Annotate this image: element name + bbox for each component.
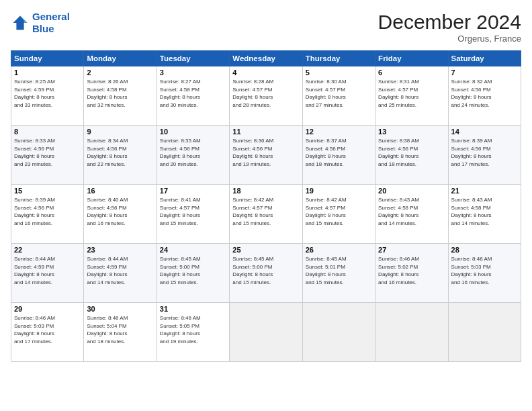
day-info: Sunrise: 8:44 AM Sunset: 4:59 PM Dayligh… [14,255,81,286]
day-number: 10 [160,128,226,136]
day-info: Sunrise: 8:46 AM Sunset: 5:05 PM Dayligh… [160,314,226,345]
calendar-cell: 6Sunrise: 8:31 AM Sunset: 4:57 PM Daylig… [375,66,448,126]
calendar-week-row: 22Sunrise: 8:44 AM Sunset: 4:59 PM Dayli… [11,244,521,303]
day-number: 1 [14,68,81,77]
calendar-week-row: 1Sunrise: 8:25 AM Sunset: 4:59 PM Daylig… [11,66,521,126]
calendar-cell: 31Sunrise: 8:46 AM Sunset: 5:05 PM Dayli… [157,303,229,362]
day-number: 3 [160,68,226,77]
calendar-cell: 8Sunrise: 8:33 AM Sunset: 4:56 PM Daylig… [11,126,84,185]
calendar-cell: 16Sunrise: 8:40 AM Sunset: 4:56 PM Dayli… [84,185,157,244]
calendar-week-row: 29Sunrise: 8:46 AM Sunset: 5:03 PM Dayli… [11,303,521,362]
day-number: 21 [451,187,518,195]
calendar-cell: 26Sunrise: 8:45 AM Sunset: 5:01 PM Dayli… [302,244,375,303]
day-info: Sunrise: 8:41 AM Sunset: 4:57 PM Dayligh… [160,196,226,227]
day-number: 28 [451,246,518,254]
day-number: 26 [306,246,372,254]
calendar-cell: 17Sunrise: 8:41 AM Sunset: 4:57 PM Dayli… [157,185,229,244]
day-info: Sunrise: 8:30 AM Sunset: 4:57 PM Dayligh… [306,78,372,109]
logo-text: General Blue [32,11,70,35]
day-info: Sunrise: 8:28 AM Sunset: 4:57 PM Dayligh… [232,78,299,109]
day-info: Sunrise: 8:31 AM Sunset: 4:57 PM Dayligh… [378,78,445,109]
day-info: Sunrise: 8:44 AM Sunset: 4:59 PM Dayligh… [87,255,153,286]
logo: General Blue [11,11,70,35]
calendar-cell: 14Sunrise: 8:39 AM Sunset: 4:56 PM Dayli… [448,126,521,185]
day-number: 25 [232,246,299,254]
day-info: Sunrise: 8:46 AM Sunset: 5:03 PM Dayligh… [451,255,518,286]
day-info: Sunrise: 8:43 AM Sunset: 4:58 PM Dayligh… [378,196,445,227]
day-number: 12 [306,128,372,136]
day-info: Sunrise: 8:25 AM Sunset: 4:59 PM Dayligh… [14,78,81,109]
calendar-cell: 29Sunrise: 8:46 AM Sunset: 5:03 PM Dayli… [11,303,84,362]
calendar-cell: 15Sunrise: 8:39 AM Sunset: 4:56 PM Dayli… [11,185,84,244]
day-number: 2 [87,68,153,77]
col-monday: Monday [84,51,157,66]
day-info: Sunrise: 8:39 AM Sunset: 4:56 PM Dayligh… [14,196,81,227]
day-number: 8 [14,128,81,136]
day-info: Sunrise: 8:36 AM Sunset: 4:56 PM Dayligh… [232,137,299,168]
calendar-cell: 24Sunrise: 8:45 AM Sunset: 5:00 PM Dayli… [157,244,229,303]
day-info: Sunrise: 8:35 AM Sunset: 4:56 PM Dayligh… [160,137,226,168]
calendar-cell [230,303,302,362]
header: General Blue December 2024 Orgerus, Fran… [11,11,521,44]
day-info: Sunrise: 8:34 AM Sunset: 4:56 PM Dayligh… [87,137,153,168]
col-sunday: Sunday [11,51,84,66]
day-info: Sunrise: 8:46 AM Sunset: 5:02 PM Dayligh… [378,255,445,286]
calendar-cell: 27Sunrise: 8:46 AM Sunset: 5:02 PM Dayli… [375,244,448,303]
calendar-cell: 12Sunrise: 8:37 AM Sunset: 4:56 PM Dayli… [302,126,375,185]
day-info: Sunrise: 8:37 AM Sunset: 4:56 PM Dayligh… [306,137,372,168]
day-number: 4 [232,68,299,77]
calendar-cell: 4Sunrise: 8:28 AM Sunset: 4:57 PM Daylig… [230,66,302,126]
day-info: Sunrise: 8:42 AM Sunset: 4:57 PM Dayligh… [306,196,372,227]
day-number: 16 [87,187,153,195]
day-info: Sunrise: 8:39 AM Sunset: 4:56 PM Dayligh… [451,137,518,168]
day-info: Sunrise: 8:45 AM Sunset: 5:00 PM Dayligh… [160,255,226,286]
calendar-cell: 3Sunrise: 8:27 AM Sunset: 4:58 PM Daylig… [157,66,229,126]
day-info: Sunrise: 8:45 AM Sunset: 5:01 PM Dayligh… [306,255,372,286]
calendar-cell [375,303,448,362]
day-number: 7 [451,68,518,77]
day-number: 19 [306,187,372,195]
day-number: 6 [378,68,445,77]
day-number: 30 [87,305,153,313]
calendar-cell [302,303,375,362]
day-number: 31 [160,305,226,313]
day-info: Sunrise: 8:38 AM Sunset: 4:56 PM Dayligh… [378,137,445,168]
calendar-table: Sunday Monday Tuesday Wednesday Thursday… [11,50,521,362]
calendar-cell: 19Sunrise: 8:42 AM Sunset: 4:57 PM Dayli… [302,185,375,244]
month-title: December 2024 [378,11,521,34]
day-number: 14 [451,128,518,136]
day-number: 20 [378,187,445,195]
day-number: 24 [160,246,226,254]
calendar-cell: 28Sunrise: 8:46 AM Sunset: 5:03 PM Dayli… [448,244,521,303]
calendar-cell: 21Sunrise: 8:43 AM Sunset: 4:58 PM Dayli… [448,185,521,244]
day-number: 27 [378,246,445,254]
calendar-cell: 23Sunrise: 8:44 AM Sunset: 4:59 PM Dayli… [84,244,157,303]
calendar-cell: 2Sunrise: 8:26 AM Sunset: 4:58 PM Daylig… [84,66,157,126]
calendar-cell: 10Sunrise: 8:35 AM Sunset: 4:56 PM Dayli… [157,126,229,185]
calendar-cell: 5Sunrise: 8:30 AM Sunset: 4:57 PM Daylig… [302,66,375,126]
col-thursday: Thursday [302,51,375,66]
day-number: 5 [306,68,372,77]
calendar-cell: 22Sunrise: 8:44 AM Sunset: 4:59 PM Dayli… [11,244,84,303]
day-number: 13 [378,128,445,136]
calendar-cell: 18Sunrise: 8:42 AM Sunset: 4:57 PM Dayli… [230,185,302,244]
calendar-cell [448,303,521,362]
logo-line2: Blue [32,23,54,34]
day-info: Sunrise: 8:33 AM Sunset: 4:56 PM Dayligh… [14,137,81,168]
location-subtitle: Orgerus, France [378,34,521,44]
day-number: 29 [14,305,81,313]
calendar-cell: 13Sunrise: 8:38 AM Sunset: 4:56 PM Dayli… [375,126,448,185]
calendar-cell: 20Sunrise: 8:43 AM Sunset: 4:58 PM Dayli… [375,185,448,244]
col-tuesday: Tuesday [157,51,229,66]
calendar-header-row: Sunday Monday Tuesday Wednesday Thursday… [11,51,521,66]
calendar-cell: 7Sunrise: 8:32 AM Sunset: 4:56 PM Daylig… [448,66,521,126]
day-info: Sunrise: 8:40 AM Sunset: 4:56 PM Dayligh… [87,196,153,227]
day-info: Sunrise: 8:42 AM Sunset: 4:57 PM Dayligh… [232,196,299,227]
day-number: 17 [160,187,226,195]
col-saturday: Saturday [448,51,521,66]
day-number: 15 [14,187,81,195]
col-friday: Friday [375,51,448,66]
day-number: 23 [87,246,153,254]
day-info: Sunrise: 8:43 AM Sunset: 4:58 PM Dayligh… [451,196,518,227]
col-wednesday: Wednesday [230,51,302,66]
